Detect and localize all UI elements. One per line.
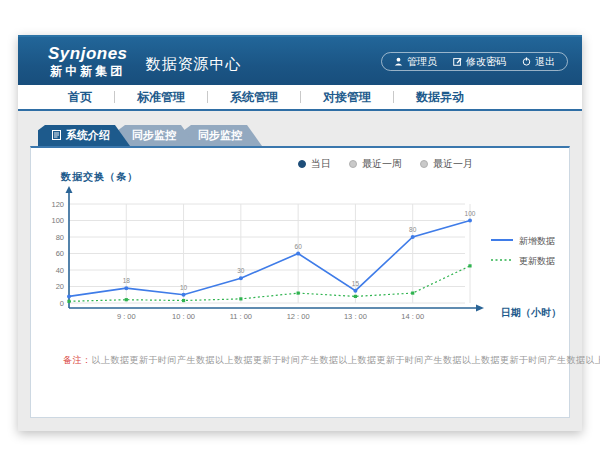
company-logo: Synjones 新中新集团 [48,45,128,77]
svg-text:80: 80 [409,226,417,233]
svg-text:20: 20 [56,282,64,291]
svg-text:14 : 00: 14 : 00 [401,312,424,321]
svg-text:15: 15 [352,280,360,287]
nav-item-standard-mgmt[interactable]: 标准管理 [115,89,207,106]
nav-item-system-mgmt[interactable]: 系统管理 [208,89,300,106]
radio-label: 最近一周 [362,157,402,171]
svg-text:新增数据: 新增数据 [519,236,555,246]
change-password-button[interactable]: 修改密码 [453,55,506,69]
tab-label: 同步监控 [198,128,242,143]
nav-item-home[interactable]: 首页 [46,89,114,106]
logout-button[interactable]: 退出 [522,55,555,69]
nav-item-data-change[interactable]: 数据异动 [394,89,486,106]
svg-text:11 : 00: 11 : 00 [230,312,252,321]
svg-text:100: 100 [51,216,64,225]
tab-label: 同步监控 [132,128,176,143]
svg-text:12 : 00: 12 : 00 [287,312,310,321]
user-actions: 管理员 修改密码 退出 [381,52,568,71]
change-password-label: 修改密码 [466,55,506,69]
svg-text:10 : 00: 10 : 00 [172,312,195,321]
radio-last-week[interactable]: 最近一周 [349,157,402,171]
tab-sync-monitor-2[interactable]: 同步监控 [184,125,262,146]
admin-user-button[interactable]: 管理员 [394,55,437,69]
svg-text:9 : 00: 9 : 00 [117,312,136,321]
svg-text:100: 100 [465,210,476,217]
chart-panel: 当日 最近一周 最近一月 数据交换（条） 0204060801001209 : … [30,146,570,418]
app-window: Synjones 新中新集团 数据资源中心 管理员 修改密码 退出 [18,35,582,431]
svg-text:60: 60 [56,249,64,258]
logout-icon [522,57,531,66]
footer-note: 备注：以上数据更新于时间产生数据以上数据更新于时间产生数据以上数据更新于时间产生… [63,354,600,367]
document-icon [52,130,61,142]
logo-text-en: Synjones [48,45,128,62]
app-header: Synjones 新中新集团 数据资源中心 管理员 修改密码 退出 [18,35,582,85]
svg-text:30: 30 [237,267,245,274]
radio-label: 当日 [311,157,331,171]
svg-text:10: 10 [180,284,188,291]
logout-label: 退出 [535,55,555,69]
edit-icon [453,57,462,66]
user-icon [394,57,403,66]
logo-text-cn: 新中新集团 [48,65,128,77]
nav-item-interface-mgmt[interactable]: 对接管理 [301,89,393,106]
tab-system-intro[interactable]: 系统介绍 [38,125,130,146]
svg-text:18: 18 [123,277,131,284]
note-prefix: 备注： [63,355,92,365]
tab-sync-monitor-1[interactable]: 同步监控 [118,125,196,146]
radio-unselected-icon [349,160,357,168]
chart-x-axis-title: 日期（小时） [501,306,561,320]
chart-container: 0204060801001209 : 0010 : 0011 : 0012 : … [39,186,563,332]
tab-label: 系统介绍 [66,128,110,143]
radio-selected-icon [298,160,306,168]
svg-text:0: 0 [60,299,64,308]
svg-text:40: 40 [56,266,64,275]
admin-label: 管理员 [407,55,437,69]
svg-text:120: 120 [51,200,64,209]
note-text: 以上数据更新于时间产生数据以上数据更新于时间产生数据以上数据更新于时间产生数据以… [92,355,600,365]
svg-text:13 : 00: 13 : 00 [344,312,367,321]
main-nav: 首页 标准管理 系统管理 对接管理 数据异动 [18,85,582,111]
radio-label: 最近一月 [433,157,473,171]
content-area: 系统介绍 同步监控 同步监控 当日 最近一周 [18,111,582,418]
page-title: 数据资源中心 [146,55,242,74]
radio-today[interactable]: 当日 [298,157,331,171]
svg-text:更新数据: 更新数据 [519,256,555,266]
chart-y-axis-title: 数据交换（条） [61,170,138,184]
line-chart: 0204060801001209 : 0010 : 0011 : 0012 : … [39,186,563,328]
radio-unselected-icon [420,160,428,168]
time-range-group: 当日 最近一周 最近一月 [298,157,473,171]
svg-text:80: 80 [56,233,64,242]
svg-text:60: 60 [295,243,303,250]
tab-bar: 系统介绍 同步监控 同步监控 [38,125,570,146]
radio-last-month[interactable]: 最近一月 [420,157,473,171]
